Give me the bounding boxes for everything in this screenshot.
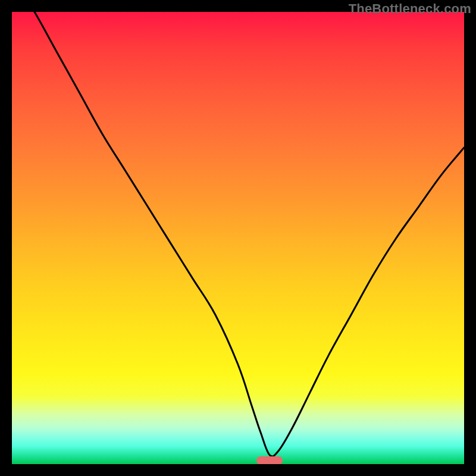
- bottleneck-curve-path: [12, 12, 464, 456]
- plot-area: [12, 12, 464, 464]
- optimum-marker: [256, 456, 283, 464]
- chart-frame: TheBottleneck.com: [0, 0, 476, 476]
- watermark-text: TheBottleneck.com: [349, 1, 471, 17]
- bottleneck-curve: [12, 12, 464, 464]
